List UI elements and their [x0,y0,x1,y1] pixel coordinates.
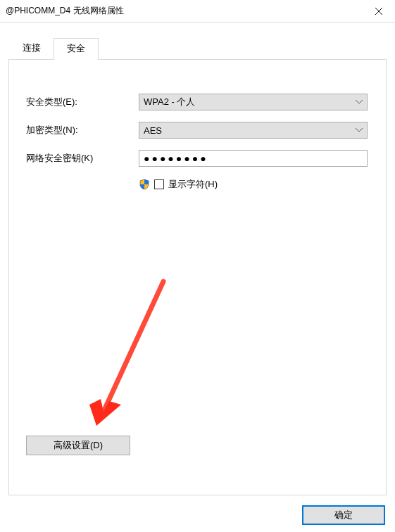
label-network-key: 网络安全密钥(K) [26,152,139,165]
tab-panel-security: 安全类型(E): WPA2 - 个人 加密类型(N): AES [8,59,387,495]
advanced-settings-button[interactable]: 高级设置(D) [26,436,130,455]
chevron-down-icon [356,100,363,104]
tab-security[interactable]: 安全 [54,38,99,60]
titlebar: @PHICOMM_D4 无线网络属性 [0,0,395,23]
advanced-settings-label: 高级设置(D) [54,439,103,452]
row-encryption-type: 加密类型(N): AES [26,122,368,139]
ok-button[interactable]: 确定 [302,505,385,525]
label-encryption-type: 加密类型(N): [26,124,139,137]
row-show-chars: 显示字符(H) [139,178,368,191]
dropdown-security-type[interactable]: WPA2 - 个人 [139,94,368,110]
label-security-type: 安全类型(E): [26,96,139,108]
annotation-arrow [54,278,167,433]
window-body: 连接 安全 安全类型(E): WPA2 - 个人 加密类型(N): AES [0,23,395,532]
label-show-chars: 显示字符(H) [168,178,218,191]
row-network-key: 网络安全密钥(K) [26,150,368,167]
window-title: @PHICOMM_D4 无线网络属性 [6,5,363,17]
dropdown-encryption-type[interactable]: AES [139,122,368,139]
checkbox-show-chars[interactable] [154,179,164,189]
row-security-type: 安全类型(E): WPA2 - 个人 [26,94,368,110]
tab-connect[interactable]: 连接 [10,38,54,60]
uac-shield-icon [139,179,150,190]
dropdown-encryption-type-value: AES [144,125,162,136]
tabs-header: 连接 安全 [0,23,395,60]
chevron-down-icon [356,128,363,132]
close-button[interactable] [363,0,395,23]
network-key-input[interactable] [139,150,368,167]
dropdown-security-type-value: WPA2 - 个人 [144,96,195,108]
tab-connect-label: 连接 [23,42,41,53]
dialog-footer: 确定 [302,505,385,525]
ok-button-label: 确定 [334,509,353,521]
tab-security-label: 安全 [67,43,85,53]
